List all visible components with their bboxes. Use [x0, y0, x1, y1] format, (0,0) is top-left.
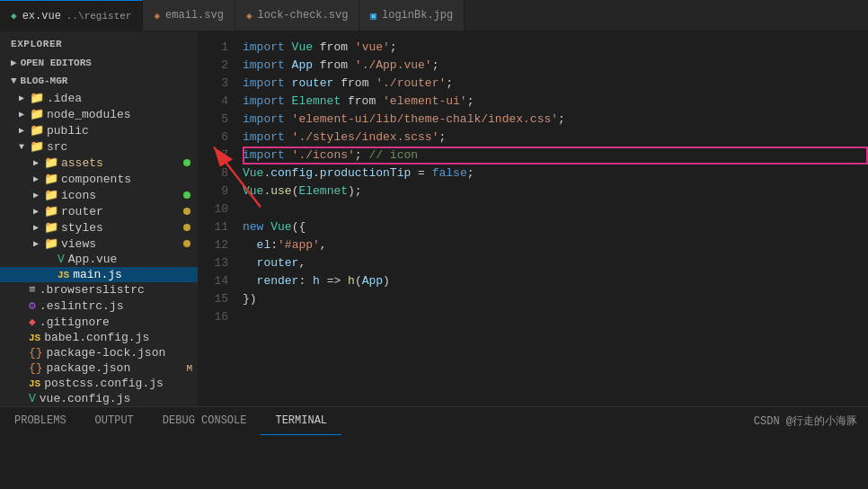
section-blog-mgr[interactable]: ▼ BLOG-MGR — [0, 72, 198, 90]
folder-icon: 📁 — [29, 107, 45, 121]
tree-icons[interactable]: ▶ 📁 icons — [0, 187, 198, 203]
editor-area[interactable]: 12345 678910 1112131415 16 import Vue fr… — [198, 31, 868, 406]
op-token: ( — [355, 272, 362, 290]
tab-register-path: ..\register — [66, 11, 132, 22]
code-line-16 — [243, 308, 868, 326]
tree-idea-label: .idea — [47, 92, 198, 105]
tree-components-label: components — [61, 173, 198, 186]
code-line-7: import './icons'; // icon — [243, 147, 868, 164]
tree-package-lock[interactable]: {} package-lock.json — [0, 345, 198, 360]
op-token: ; — [432, 57, 439, 75]
op-token: = — [411, 164, 431, 182]
tree-package-json-label: package.json — [47, 361, 187, 375]
tree-public[interactable]: ▶ 📁 public — [0, 122, 198, 138]
js-icon: JS — [29, 333, 40, 343]
tab-loginbk-label: loginBk.jpg — [382, 9, 453, 22]
git-icon: ◆ — [29, 315, 36, 329]
op-token: , — [320, 236, 327, 254]
js-icon: JS — [58, 270, 69, 280]
tree-public-label: public — [47, 124, 198, 138]
op-token: ; — [558, 111, 565, 129]
id-token: Elemnet — [298, 182, 348, 200]
op-token: . — [263, 164, 270, 182]
tree-node-modules[interactable]: ▶ 📁 node_modules — [0, 106, 198, 122]
modified-dot — [183, 208, 190, 215]
tree-node-modules-label: node_modules — [47, 108, 198, 121]
tree-package-json[interactable]: {} package.json M — [0, 360, 198, 376]
sidebar: EXPLORER ▶ OPEN EDITORS ▼ BLOG-MGR ▶ 📁 .… — [0, 31, 198, 406]
arrow-icon: ▶ — [14, 93, 29, 103]
tab-debug-console[interactable]: DEBUG CONSOLE — [148, 407, 261, 435]
tab-loginbk[interactable]: ▣ loginBk.jpg — [359, 0, 465, 31]
op-token: }) — [243, 290, 257, 308]
tree-babel-label: babel.config.js — [44, 331, 198, 344]
op-token — [243, 236, 257, 254]
tree-views-label: views — [61, 237, 183, 251]
tree-router[interactable]: ▶ 📁 router — [0, 203, 198, 219]
tab-problems[interactable]: PROBLEMS — [0, 407, 81, 435]
tree-gitignore[interactable]: ◆ .gitignore — [0, 314, 198, 330]
code-lines: import Vue from 'vue'; import App from '… — [243, 39, 868, 399]
op-token: , — [298, 254, 306, 272]
prop-token: router — [257, 254, 299, 272]
str-token: './icons' — [292, 147, 355, 164]
tree-main-js-label: main.js — [73, 268, 198, 281]
vue-icon: V — [58, 253, 65, 266]
fn-token: use — [270, 182, 291, 200]
tree-main-js[interactable]: JS main.js — [0, 267, 198, 282]
tree-vue-config[interactable]: V vue.config.js — [0, 391, 198, 406]
arrow-icon: ▼ — [14, 142, 29, 152]
modified-dot — [183, 191, 190, 199]
tree-browserslistrc-label: .browserslistrc — [40, 283, 198, 297]
tree-postcss[interactable]: JS postcss.config.js — [0, 376, 198, 391]
tree-src[interactable]: ▼ 📁 src — [0, 138, 198, 155]
tree-idea[interactable]: ▶ 📁 .idea — [0, 90, 198, 106]
chevron-right-icon: ▶ — [11, 57, 17, 68]
chevron-down-icon: ▼ — [11, 76, 17, 86]
tree-babel-config[interactable]: JS babel.config.js — [0, 330, 198, 345]
tab-output[interactable]: OUTPUT — [81, 407, 148, 435]
tab-email-svg[interactable]: ◈ email.svg — [143, 0, 235, 31]
op-token: from — [313, 57, 355, 75]
folder-icon: 📁 — [29, 139, 45, 154]
tree-components[interactable]: ▶ 📁 components — [0, 171, 198, 187]
prop-token: config — [270, 164, 313, 182]
kw-token: import — [243, 57, 292, 75]
op-token — [243, 272, 257, 290]
folder-icon: 📁 — [43, 204, 59, 218]
tab-output-label: OUTPUT — [95, 414, 134, 427]
tree-browserslistrc[interactable]: ≡ .browserslistrc — [0, 282, 198, 298]
tree-styles[interactable]: ▶ 📁 styles — [0, 219, 198, 236]
tab-lock-svg[interactable]: ◈ lock-check.svg — [235, 0, 359, 31]
vue-file-icon: ◆ — [11, 10, 17, 22]
op-token: ; — [438, 129, 446, 147]
op-token: from — [333, 75, 376, 93]
prop-token: render — [257, 272, 299, 290]
tab-terminal[interactable]: TERMINAL — [261, 407, 341, 435]
arrow-icon: ▶ — [29, 238, 43, 249]
folder-icon: 📁 — [43, 188, 59, 202]
text-icon: ≡ — [29, 283, 36, 297]
op-token: . — [263, 182, 270, 200]
tree-eslintrc[interactable]: ⚙ .eslintrc.js — [0, 298, 198, 314]
tree-app-vue[interactable]: V App.vue — [0, 252, 198, 267]
section-open-editors[interactable]: ▶ OPEN EDITORS — [0, 53, 198, 72]
arrow-icon: ▶ — [29, 190, 43, 200]
tab-register[interactable]: ◆ ex.vue ..\register — [0, 0, 143, 31]
id-token: Vue — [270, 218, 291, 236]
arrow-icon: ▶ — [29, 222, 43, 233]
tree-assets[interactable]: ▶ 📁 assets — [0, 155, 198, 171]
id-token: Vue — [243, 182, 263, 200]
id-token: h — [313, 272, 320, 290]
tree-icons-label: icons — [61, 189, 183, 202]
jpg-file-icon: ▣ — [370, 10, 376, 22]
op-token: . — [313, 164, 320, 182]
comment-token: // icon — [368, 147, 418, 164]
folder-icon: 📁 — [43, 220, 59, 235]
op-token: from — [313, 39, 355, 57]
tree-postcss-label: postcss.config.js — [44, 377, 198, 390]
code-line-11: new Vue({ — [243, 218, 868, 236]
arrow-icon: ▶ — [29, 173, 43, 184]
modified-dot — [183, 224, 190, 231]
tree-views[interactable]: ▶ 📁 views — [0, 236, 198, 252]
